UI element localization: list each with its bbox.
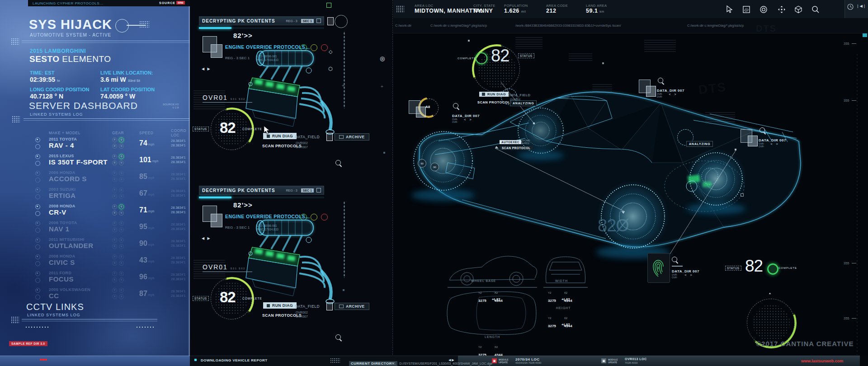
image-tool-icon[interactable] <box>742 5 750 14</box>
radio-icon[interactable] <box>35 144 40 149</box>
analyzing-tag: ANALYZING <box>510 100 537 106</box>
magnifier-icon <box>760 127 765 133</box>
table-row[interactable]: 2011 TOYOTARAV - 4PDRN74mph28.3834'128.3… <box>35 135 188 151</box>
table-row[interactable]: 2008 HONDACR-VPDRN71mph28.3834'128.3834'… <box>35 202 188 218</box>
ovr-label: OVR01 S01 S02 <box>203 94 252 103</box>
panel-header[interactable]: DECRYPTING PK CONTENTS REG - 3 SEC 1 <box>199 186 324 195</box>
copyright: ©2017 CANTINA CREATIVE <box>756 340 854 347</box>
radio-icon[interactable] <box>35 194 40 199</box>
dot-cluster <box>330 358 340 363</box>
doc-icon[interactable] <box>326 302 333 310</box>
radio-icon[interactable] <box>35 244 40 249</box>
data-dir-marker[interactable]: DATA_DIR 007 OVR-OVR-< > <box>640 78 684 98</box>
radio-icon[interactable] <box>35 288 40 293</box>
uplink-icon[interactable] <box>326 3 331 8</box>
run-diag-button[interactable]: RUN DIAG <box>263 302 297 309</box>
row-bullets[interactable] <box>35 288 49 300</box>
gauge-complete-label: COMPLETE <box>778 267 797 269</box>
current-directory-path[interactable]: D://SYSTEM/USERS/F201_LS30/03_4003/SHAW_… <box>400 362 493 365</box>
radio-icon[interactable] <box>35 254 40 259</box>
table-row[interactable]: 2006 TOYOTANAV 1PDRN95mph28.3834'128.383… <box>35 218 188 235</box>
diamond-icon[interactable]: ◇ <box>329 49 332 55</box>
row-make-model: 2008 HONDACR-V <box>49 204 112 216</box>
target-tool-icon[interactable] <box>760 5 768 14</box>
vehicle-model-rest: ELEMENTO <box>60 54 111 64</box>
radio-icon[interactable] <box>35 295 40 300</box>
row-bullets[interactable] <box>35 254 49 266</box>
stat-land-area: LAND AREA59.1 km <box>586 4 607 14</box>
qvcmd-refs: QVCMDOVRD2 <box>521 139 530 145</box>
panel-header[interactable]: DECRYPTING PK CONTENTS REG - 3 SEC 1 <box>199 16 324 25</box>
faint-value: 82Ø <box>598 216 629 235</box>
module-update-icon[interactable]: ▣ <box>492 358 497 363</box>
module-update-label-2: MODULEUPDATE <box>608 359 618 364</box>
table-row[interactable]: 2003 SUZUKIERTIGAPDRN67mph28.3834'128.38… <box>35 185 188 202</box>
row-bullets[interactable] <box>35 137 49 149</box>
launch-status-text: LAUNCHING CYPHER PROTOCOLS... <box>33 1 103 5</box>
row-bullets[interactable] <box>35 154 49 166</box>
fingerprint-card[interactable] <box>647 253 670 283</box>
autoexec-badge[interactable]: AUTOEXEC <box>500 140 521 144</box>
cube-icon[interactable]: ⬡ <box>328 66 333 72</box>
cursor-tool-icon[interactable] <box>726 5 734 14</box>
playback-controls[interactable]: ◀ ▶ <box>202 236 211 240</box>
row-bullets[interactable] <box>35 271 49 283</box>
cube-tool-icon[interactable] <box>794 5 802 14</box>
nav-arrows[interactable]: ◀ ▶ <box>448 358 454 362</box>
table-row[interactable]: 2015 LEXUSIS 350T F-SPORTPDRN101mph28.38… <box>35 151 188 168</box>
archive-button-2[interactable]: ARCHIVE <box>335 303 369 310</box>
radio-icon[interactable] <box>35 154 40 159</box>
table-row[interactable]: 2011 FORDFOCUSPDRN96mph28.3834'128.3834'… <box>35 268 188 285</box>
row-bullets[interactable] <box>35 238 49 249</box>
dot-matrix-icon <box>11 38 19 45</box>
radio-icon[interactable] <box>35 137 40 142</box>
radio-icon[interactable] <box>35 178 40 183</box>
data-dir-marker-bottom[interactable]: DATA_DIR 007 OVR-OVR-< > <box>672 257 699 279</box>
target-ring-icon[interactable]: ◎ <box>380 55 385 62</box>
archive-button-1[interactable]: ARCHIVE <box>335 133 369 141</box>
radio-icon[interactable] <box>35 204 40 209</box>
data-dir-marker[interactable]: DATA_DIR 007 OVR-OVR-< > <box>429 103 480 123</box>
module-code-2: 43/04/23A 7028-4030 <box>515 361 541 364</box>
power-icon[interactable] <box>115 19 129 33</box>
radio-icon[interactable] <box>35 211 40 216</box>
panel-corner-icon[interactable] <box>316 188 321 192</box>
clock-icon[interactable] <box>847 4 854 10</box>
document-icon[interactable] <box>327 17 334 25</box>
data-dir-marker[interactable]: DATA_DIR 007 OVR-OVR-< > <box>741 127 786 148</box>
row-bullets[interactable] <box>35 171 49 183</box>
table-row[interactable]: 2006 HONDAACCORD SPDRN85mph28.3834'128.3… <box>35 168 188 185</box>
magnifier-icon[interactable] <box>335 160 341 165</box>
radio-icon[interactable] <box>35 278 40 283</box>
radio-icon[interactable] <box>35 261 40 266</box>
badge-90: 90 <box>418 159 426 168</box>
module-code: 2070/34 LOC <box>515 357 540 361</box>
table-row[interactable]: 2011 MITSUBISHIOUTLANDERPDRN90mph28.3834… <box>35 235 188 252</box>
row-coords: 28.3834'128.3834'1 <box>171 139 188 148</box>
playback-controls[interactable]: ◀ ▶ <box>202 67 211 71</box>
decrypt-progress-fill <box>199 27 231 29</box>
dashboard-title: SERVER DASHBOARD <box>29 100 138 111</box>
decrypt-percent: 82'>> <box>233 201 253 209</box>
module-update-icon-2[interactable]: ▣ <box>601 358 606 363</box>
search-tool-icon[interactable] <box>811 5 820 14</box>
radio-icon[interactable] <box>35 228 40 233</box>
table-row[interactable]: 2008 HONDACIVIC SPDRN43mph28.3834'128.38… <box>35 252 188 268</box>
row-bullets[interactable] <box>35 221 49 233</box>
move-tool-icon[interactable] <box>778 5 786 14</box>
magnifier-icon[interactable] <box>335 334 341 340</box>
radio-icon[interactable] <box>35 271 40 276</box>
playback-step-controls[interactable]: ❘◀❘ <box>856 4 867 8</box>
doc-icon[interactable] <box>326 133 333 141</box>
radio-icon[interactable] <box>35 171 40 176</box>
radio-icon[interactable] <box>35 188 40 192</box>
gauge-value: 82 <box>220 119 236 136</box>
row-bullets[interactable] <box>35 188 49 199</box>
dim-width-extra: +L37 <box>561 297 570 301</box>
panel-corner-icon[interactable] <box>316 19 321 23</box>
radio-icon[interactable] <box>35 238 40 243</box>
radio-icon[interactable] <box>35 221 40 226</box>
radio-icon[interactable] <box>35 161 40 166</box>
row-bullets[interactable] <box>35 204 49 216</box>
table-row[interactable]: 2005 VOLKSWAGENCCPDRN87mph28.3834'128.38… <box>35 285 188 302</box>
